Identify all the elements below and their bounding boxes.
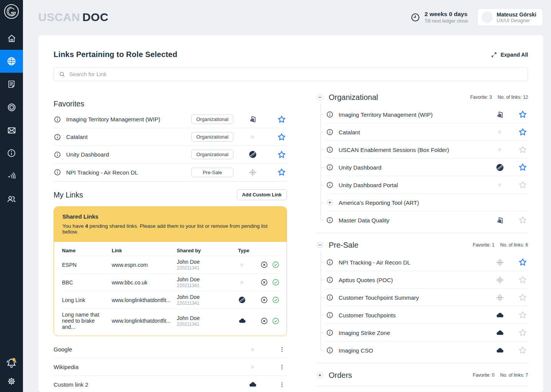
favorite-star-icon[interactable]: [518, 258, 527, 267]
section-link-row[interactable]: Master Data Quality: [316, 211, 528, 229]
info-icon[interactable]: [54, 151, 61, 158]
accept-shared-link-button[interactable]: [272, 317, 280, 325]
collapse-icon[interactable]: [316, 93, 324, 101]
favorite-star-icon[interactable]: [518, 310, 527, 320]
info-icon[interactable]: [54, 116, 61, 123]
section-link-row[interactable]: Customer Touchpoints: [316, 306, 528, 324]
accept-shared-link-button[interactable]: [272, 261, 280, 269]
link-label[interactable]: America's Reporting Tool (ART): [339, 199, 484, 206]
favorite-star-icon[interactable]: [518, 328, 527, 337]
favorite-star-icon[interactable]: [518, 346, 527, 355]
reject-shared-link-button[interactable]: [260, 317, 268, 325]
link-label[interactable]: NPI Tracking - Air Recon DL: [339, 259, 484, 266]
sidebar-item-users[interactable]: [0, 188, 23, 211]
sidebar-item-broadcast[interactable]: [0, 165, 23, 188]
sidebar-item-target[interactable]: [0, 96, 23, 119]
accept-shared-link-button[interactable]: [272, 296, 280, 304]
user-menu[interactable]: Mateusz Górski UX/UI Designer: [477, 8, 543, 26]
sidebar-item-mail[interactable]: [0, 119, 23, 142]
favorite-star-icon[interactable]: [277, 132, 286, 142]
link-label[interactable]: Wikipedia: [54, 364, 233, 370]
row-menu-button[interactable]: [272, 364, 287, 371]
section-link-row-expandable[interactable]: America's Reporting Tool (ART): [316, 194, 528, 211]
favorite-row[interactable]: Unity Dashboard Organizational: [54, 146, 287, 163]
my-link-row[interactable]: Google: [54, 341, 287, 358]
favorite-star-icon[interactable]: [518, 163, 527, 172]
link-label[interactable]: Unity Dashboard: [339, 164, 484, 171]
notifications-button[interactable]: [5, 357, 18, 369]
link-label[interactable]: USCAN Enablement Sessions (Box Folder): [339, 147, 484, 153]
section-header-orders[interactable]: Orders Favorite: 0 No. of links: 7: [316, 368, 528, 382]
link-label[interactable]: Unity Dashboard Portal: [339, 182, 484, 188]
row-menu-button[interactable]: [272, 346, 287, 353]
favorite-star-icon[interactable]: [277, 115, 286, 124]
reject-shared-link-button[interactable]: [260, 278, 268, 286]
accept-shared-link-button[interactable]: [272, 278, 280, 286]
settings-button[interactable]: [6, 376, 17, 387]
link-label[interactable]: Unity Dashboard: [66, 151, 191, 158]
expand-row-icon[interactable]: [326, 199, 334, 206]
favorite-row[interactable]: Imaging Territory Management (WIP) Organ…: [54, 111, 287, 128]
favorite-star-icon[interactable]: [518, 275, 527, 284]
info-icon[interactable]: [326, 276, 334, 284]
link-label[interactable]: Imaging Strike Zone: [339, 330, 484, 336]
info-icon[interactable]: [326, 163, 334, 171]
info-icon[interactable]: [326, 181, 334, 189]
section-link-row[interactable]: Customer Touchpoint Summary: [316, 289, 528, 306]
info-icon[interactable]: [326, 346, 334, 354]
link-label[interactable]: Master Data Quality: [339, 217, 484, 224]
section-link-row[interactable]: Imaging CSO: [316, 341, 528, 359]
sidebar-item-documents[interactable]: [0, 73, 23, 96]
link-label[interactable]: Apttus Quotes (POC): [339, 277, 484, 283]
info-icon[interactable]: [326, 128, 334, 136]
section-link-row[interactable]: Catalant: [316, 123, 528, 141]
info-icon[interactable]: [54, 133, 61, 141]
favorite-star-icon[interactable]: [277, 150, 286, 159]
link-label[interactable]: Imaging Territory Management (WIP): [339, 111, 484, 118]
link-label[interactable]: Imaging CSO: [339, 347, 484, 354]
info-icon[interactable]: [326, 329, 334, 336]
sidebar-item-info[interactable]: [0, 142, 23, 165]
add-custom-link-button[interactable]: Add Custom Link: [237, 189, 287, 200]
info-icon[interactable]: [326, 146, 334, 154]
reject-shared-link-button[interactable]: [260, 296, 268, 304]
info-icon[interactable]: [326, 216, 334, 224]
sidebar-item-links[interactable]: [0, 50, 23, 73]
link-label[interactable]: Imaging Territory Management (WIP): [66, 116, 191, 122]
section-header-pre-sale[interactable]: Pre-Sale Favorite: 1 No. of links: 6: [316, 238, 528, 252]
expand-section-icon[interactable]: [316, 371, 324, 379]
favorite-star-icon[interactable]: [518, 110, 527, 119]
link-label[interactable]: Google: [54, 346, 233, 353]
link-label[interactable]: Customer Touchpoint Summary: [339, 294, 484, 301]
section-link-row[interactable]: USCAN Enablement Sessions (Box Folder): [316, 141, 528, 158]
section-link-row[interactable]: Imaging Territory Management (WIP): [316, 106, 528, 123]
favorite-row[interactable]: Catalant Organizational: [54, 128, 287, 146]
info-icon[interactable]: [54, 168, 61, 176]
link-label[interactable]: Catalant: [339, 129, 484, 136]
section-header-organizational[interactable]: Organizational Favorite: 3 No. of links:…: [316, 90, 528, 104]
favorite-star-icon[interactable]: [518, 180, 527, 189]
favorite-row[interactable]: NPI Tracking - Air Recon DL Pre-Sale: [54, 163, 287, 181]
favorite-star-icon[interactable]: [518, 293, 527, 302]
expand-all-button[interactable]: Expand All: [491, 51, 528, 58]
info-icon[interactable]: [326, 258, 334, 266]
info-icon[interactable]: [326, 311, 334, 319]
section-link-row[interactable]: Imaging Strike Zone: [316, 324, 528, 341]
my-link-row[interactable]: Custom link 2: [54, 376, 287, 392]
collapse-icon[interactable]: [316, 241, 324, 249]
link-label[interactable]: Custom link 2: [54, 381, 233, 388]
favorite-star-icon[interactable]: [518, 145, 527, 154]
link-label[interactable]: Customer Touchpoints: [339, 312, 484, 318]
section-link-row[interactable]: NPI Tracking - Air Recon DL: [316, 253, 528, 271]
section-link-row[interactable]: Unity Dashboard: [316, 158, 528, 176]
favorite-star-icon[interactable]: [518, 127, 527, 137]
info-icon[interactable]: [326, 294, 334, 301]
sidebar-item-home[interactable]: [0, 27, 23, 50]
section-link-row[interactable]: Unity Dashboard Portal: [316, 176, 528, 194]
section-link-row[interactable]: Apttus Quotes (POC): [316, 271, 528, 289]
reject-shared-link-button[interactable]: [260, 261, 268, 269]
link-label[interactable]: Catalant: [66, 134, 191, 140]
search-input[interactable]: [69, 71, 523, 77]
my-link-row[interactable]: Wikipedia: [54, 358, 287, 376]
favorite-star-icon[interactable]: [277, 168, 286, 177]
